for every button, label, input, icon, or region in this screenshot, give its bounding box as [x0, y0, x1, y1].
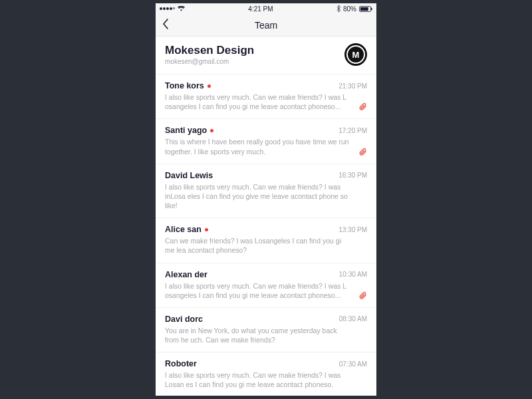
- message-preview: Can we make friends? I was Losangeles I …: [165, 236, 367, 255]
- message-preview: You are in New York, do what you came ye…: [165, 326, 367, 344]
- battery-percent: 80%: [343, 5, 356, 13]
- message-preview: I also like sports very much. Can we mak…: [165, 281, 367, 300]
- message-row[interactable]: Roboter07:30 AMI also like sports very m…: [156, 352, 376, 396]
- sender-name: Roboter: [165, 359, 197, 368]
- message-row[interactable]: Santi yago17:20 PMThis is where I have b…: [156, 119, 376, 164]
- sender-name: Alice san: [165, 225, 201, 234]
- team-header: Mokesen Design mokesen@gmail.com M: [156, 37, 376, 74]
- sender-name: Tone kors: [165, 81, 204, 90]
- team-title: Mokesen Design: [165, 44, 254, 57]
- back-button[interactable]: [162, 19, 169, 32]
- message-preview: I also like sports very much. Can we mak…: [165, 182, 367, 211]
- message-time: 13:30 PM: [338, 226, 367, 233]
- message-time: 07:30 AM: [339, 360, 367, 368]
- logo-letter: M: [352, 50, 360, 60]
- attachment-icon: [358, 102, 367, 111]
- sender-name: Santi yago: [165, 126, 207, 135]
- message-row[interactable]: David Lewis16:30 PMI also like sports ve…: [156, 164, 376, 219]
- message-time: 21:30 PM: [338, 82, 367, 90]
- unread-dot-icon: [207, 84, 211, 88]
- attachment-icon: [358, 291, 367, 300]
- unread-dot-icon: [210, 129, 213, 132]
- bluetooth-icon: [336, 5, 340, 12]
- message-time: 17:20 PM: [338, 127, 367, 134]
- chevron-left-icon: [162, 19, 169, 29]
- status-left: [160, 6, 185, 11]
- unread-dot-icon: [205, 228, 208, 231]
- status-bar: 4:21 PM 80%: [156, 3, 376, 14]
- message-time: 08:30 AM: [339, 315, 367, 323]
- message-row[interactable]: Davi dorc08:30 AMYou are in New York, do…: [156, 308, 376, 352]
- message-preview: This is where I have been really good yo…: [165, 137, 367, 156]
- message-preview: I also like sports very much. Can we mak…: [165, 92, 367, 111]
- message-row[interactable]: Alexan der10:30 AMI also like sports ver…: [156, 263, 376, 308]
- wifi-icon: [178, 6, 185, 11]
- status-right: 80%: [336, 5, 372, 13]
- nav-bar: Team: [156, 14, 376, 37]
- sender-name: Alexan der: [165, 270, 207, 279]
- message-list[interactable]: Tone kors21:30 PMI also like sports very…: [156, 74, 376, 396]
- team-email: mokesen@gmail.com: [165, 58, 254, 65]
- team-logo: M: [344, 43, 367, 66]
- signal-dots-icon: [160, 7, 175, 10]
- attachment-icon: [358, 147, 367, 156]
- phone-screen: 4:21 PM 80% Team Mokesen Design mokesen@…: [156, 3, 376, 396]
- message-time: 10:30 AM: [339, 271, 367, 278]
- svg-rect-2: [371, 7, 372, 10]
- message-preview: I also like sports very much. Can we mak…: [165, 370, 367, 389]
- message-row[interactable]: Alice san13:30 PMCan we make friends? I …: [156, 218, 376, 263]
- status-time: 4:21 PM: [248, 5, 273, 13]
- svg-rect-1: [360, 7, 368, 10]
- battery-icon: [359, 6, 372, 12]
- message-time: 16:30 PM: [338, 172, 367, 179]
- message-row[interactable]: Tone kors21:30 PMI also like sports very…: [156, 74, 376, 119]
- sender-name: David Lewis: [165, 171, 213, 180]
- sender-name: Davi dorc: [165, 315, 203, 324]
- nav-title: Team: [255, 20, 277, 31]
